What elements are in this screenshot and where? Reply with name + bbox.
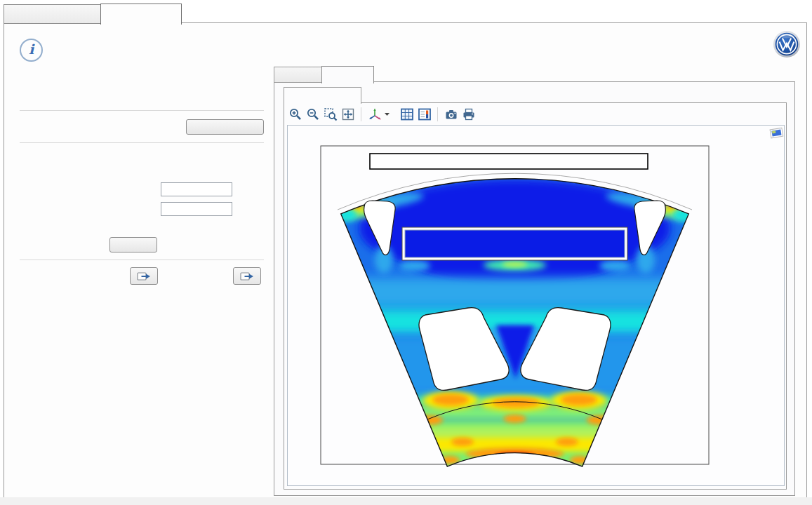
zoom-box-icon[interactable] <box>323 107 338 122</box>
graphics-tab-ergebnisse[interactable] <box>321 66 374 83</box>
tab-modellaufbau[interactable] <box>4 4 101 24</box>
tab-ergebnisse[interactable] <box>100 4 182 25</box>
toolbar-separator <box>437 107 438 121</box>
show-grid-icon[interactable] <box>399 107 414 122</box>
divider <box>20 260 264 260</box>
show-legend-icon[interactable] <box>417 107 432 122</box>
stress-field <box>329 174 701 476</box>
dropdown-caret-icon <box>385 113 390 116</box>
toolbar-separator <box>361 107 361 121</box>
snapshot-icon[interactable] <box>444 107 458 122</box>
magnet-slot <box>402 227 627 260</box>
detach-graphics-icon[interactable] <box>769 126 785 140</box>
zoom-extents-icon[interactable] <box>340 107 355 122</box>
default-3d-view-button[interactable] <box>367 107 391 122</box>
stress-plot[interactable] <box>287 125 783 485</box>
update-solution-button[interactable] <box>186 119 264 135</box>
parameter-annotation <box>370 154 648 169</box>
export-icon <box>240 271 254 282</box>
vw-logo <box>773 30 801 58</box>
export-icon <box>137 271 151 282</box>
divider <box>20 110 264 111</box>
graphics-tab-geometrie[interactable] <box>274 67 322 83</box>
export-results-button[interactable] <box>130 267 158 285</box>
print-icon[interactable] <box>461 107 476 122</box>
zoom-in-icon[interactable] <box>288 107 302 122</box>
info-icon: i <box>20 39 43 62</box>
export-geometry-button[interactable] <box>233 267 261 285</box>
window-bottom-strip <box>0 497 812 505</box>
divider <box>20 142 264 143</box>
zoom-out-icon[interactable] <box>305 107 320 122</box>
view-360-toggle-button[interactable] <box>109 237 157 252</box>
graphics-toolbar <box>288 106 779 123</box>
subtab-spannung-mises[interactable] <box>284 87 361 104</box>
y-coordinate-field[interactable] <box>161 202 232 216</box>
x-coordinate-field[interactable] <box>161 182 232 196</box>
